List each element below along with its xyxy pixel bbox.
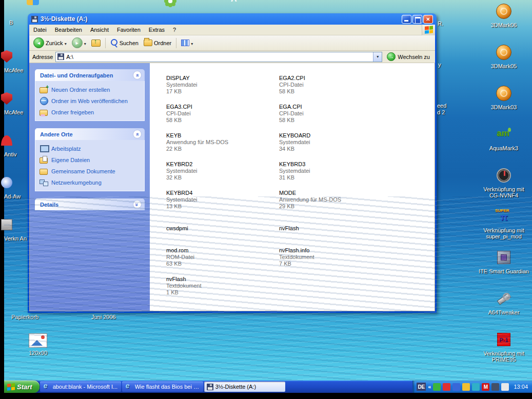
back-dropdown-icon[interactable]: [65, 40, 67, 46]
menu-item[interactable]: Bearbeiten: [51, 25, 86, 34]
taskbar: Start about:blank - Microsoft I... Wie f…: [4, 381, 532, 393]
task-icon: [40, 86, 48, 93]
desktop-shortcut[interactable]: 3DMark05: [477, 43, 531, 84]
desktop-label[interactable]: Papierkorb: [11, 314, 38, 320]
shortcut-icon: [497, 333, 510, 346]
tray-chevron-icon[interactable]: «: [428, 384, 431, 390]
file-tile[interactable]: KEYBOARD Systemdatei 34 KB: [274, 128, 387, 156]
forward-button[interactable]: [70, 36, 88, 49]
file-tile[interactable]: KEYBRD2 Systemdatei 32 KB: [161, 156, 274, 185]
file-tile[interactable]: EGA2.CPI CPI-Datei 58 KB: [274, 70, 387, 99]
file-size: 29 KB: [279, 203, 341, 210]
desktop-shortcut[interactable]: Verknüpfung mit CG-NVNF4: [477, 166, 531, 207]
shortcut-label: Verknüpfung mit PRIME95: [478, 350, 529, 363]
menu-item[interactable]: Ansicht: [86, 25, 113, 34]
panel-header-other-places[interactable]: Andere Orte: [35, 128, 145, 140]
minimize-button[interactable]: [402, 15, 411, 24]
file-tile[interactable]: EGA.CPI CPI-Datei 58 KB: [274, 99, 387, 128]
folders-button[interactable]: Ordner: [142, 38, 173, 47]
desktop-shortcut-icon[interactable]: [27, 0, 39, 5]
file-tile[interactable]: mod.rom ROM-Datei 63 KB: [161, 243, 274, 271]
shortcut-icon: [496, 86, 511, 101]
forward-icon: [72, 37, 83, 48]
desktop-label[interactable]: Juni 2006: [91, 314, 116, 320]
tray-icon[interactable]: [433, 383, 441, 391]
file-tile[interactable]: DISPLAY Systemdatei 17 KB: [161, 70, 274, 99]
language-indicator[interactable]: DE: [417, 383, 426, 391]
menu-item[interactable]: Extras: [145, 25, 169, 34]
close-button[interactable]: [423, 15, 433, 24]
expand-icon[interactable]: [133, 200, 142, 209]
views-button[interactable]: [179, 38, 195, 47]
tray-icon[interactable]: [443, 383, 450, 391]
views-dropdown-icon[interactable]: [191, 40, 193, 46]
tray-icon[interactable]: [452, 383, 460, 391]
start-button[interactable]: Start: [4, 381, 40, 393]
file-tile[interactable]: KEYBRD3 Systemdatei 31 KB: [274, 156, 387, 185]
place-link[interactable]: Gemeinsame Dokumente: [40, 167, 140, 175]
shortcut-label: 120x90: [29, 350, 47, 356]
file-type: Systemdatei: [279, 139, 310, 146]
forward-dropdown-icon[interactable]: [84, 40, 86, 46]
desktop-shortcut[interactable]: Verknüpfung mit PRIME95: [477, 330, 531, 371]
file-tile[interactable]: KEYBRD4 Systemdatei 13 KB: [161, 185, 274, 214]
task-link[interactable]: Neuen Ordner erstellen: [40, 86, 140, 93]
tray-icon[interactable]: [472, 383, 480, 391]
file-name: nvFlash: [279, 225, 299, 232]
file-name: EGA3.CPI: [166, 104, 192, 110]
collapse-icon[interactable]: [133, 71, 142, 79]
tray-icon[interactable]: [482, 383, 489, 391]
desktop-shortcut-icon[interactable]: [168, 0, 172, 3]
desktop-shortcut[interactable]: 3DMark06: [477, 2, 531, 43]
shortcut-icon: [497, 251, 510, 264]
place-link[interactable]: Netzwerkumgebung: [40, 178, 140, 186]
taskbar-task-button[interactable]: 3½-Diskette (A:): [204, 382, 285, 392]
tray-icon[interactable]: [501, 383, 509, 391]
title-bar[interactable]: 3½-Diskette (A:): [29, 13, 435, 25]
tray-icon[interactable]: [462, 383, 470, 391]
menu-item[interactable]: Datei: [29, 25, 51, 34]
desktop-shortcut[interactable]: A64Tweaker: [477, 289, 531, 330]
shortcut-icon: [494, 208, 514, 225]
desktop-shortcut[interactable]: ITE Smart Guardian: [477, 248, 531, 289]
file-type: Systemdatei: [279, 168, 310, 174]
file-tile[interactable]: EGA3.CPI CPI-Datei 58 KB: [161, 99, 274, 128]
desktop-shortcut[interactable]: AquaMark3: [477, 125, 531, 166]
floppy-icon: [31, 16, 38, 23]
go-button[interactable]: Wechseln zu: [385, 52, 432, 61]
menu-item[interactable]: ?: [169, 25, 180, 34]
task-link[interactable]: Ordner freigeben: [40, 108, 140, 116]
menu-item[interactable]: Favoriten: [113, 25, 145, 34]
go-icon: [387, 52, 396, 61]
desktop-shortcut[interactable]: Verknüpfung mit super_pi_mod: [477, 207, 531, 248]
file-tile[interactable]: nvFlash Textdokument 1 KB: [161, 271, 274, 300]
task-link[interactable]: Ordner im Web veröffentlichen: [40, 97, 140, 105]
address-dropdown-button[interactable]: ▾: [373, 52, 382, 62]
file-tile[interactable]: MODE Anwendung für MS-DOS 29 KB: [274, 185, 387, 214]
desktop-shortcut-120x90[interactable]: 120x90: [26, 333, 50, 356]
maximize-button[interactable]: [412, 15, 422, 24]
shortcut-label: Verknüpfung mit super_pi_mod: [478, 227, 529, 240]
taskbar-task-button[interactable]: Wie flasht das Bios bei ei...: [122, 382, 203, 392]
file-tile[interactable]: cwsdpmi: [161, 214, 274, 243]
file-name: EGA2.CPI: [279, 75, 305, 82]
shortcut-icon: [497, 168, 511, 183]
search-button[interactable]: Suchen: [108, 38, 141, 48]
place-link[interactable]: Arbeitsplatz: [40, 145, 140, 152]
file-tile[interactable]: nvFlash: [274, 214, 387, 243]
up-button[interactable]: [89, 38, 103, 48]
file-tile[interactable]: nvFlash.info Textdokument 7 KB: [274, 243, 387, 271]
desktop-shortcut[interactable]: 3DMark03: [477, 84, 531, 125]
collapse-icon[interactable]: [133, 130, 142, 138]
tray-icon[interactable]: [491, 383, 499, 391]
taskbar-task-button[interactable]: about:blank - Microsoft I...: [40, 382, 121, 392]
place-link[interactable]: Eigene Dateien: [40, 156, 140, 164]
back-button[interactable]: Zurück: [31, 36, 69, 49]
file-size: 22 KB: [166, 146, 228, 152]
address-input[interactable]: A:\ ▾: [55, 52, 382, 62]
file-tile[interactable]: KEYB Anwendung für MS-DOS 22 KB: [161, 128, 274, 156]
task-icon: [207, 384, 213, 390]
file-type: Systemdatei: [166, 196, 198, 203]
panel-header-details[interactable]: Details: [35, 198, 145, 210]
panel-header-file-tasks[interactable]: Datei- und Ordneraufgaben: [35, 69, 145, 81]
